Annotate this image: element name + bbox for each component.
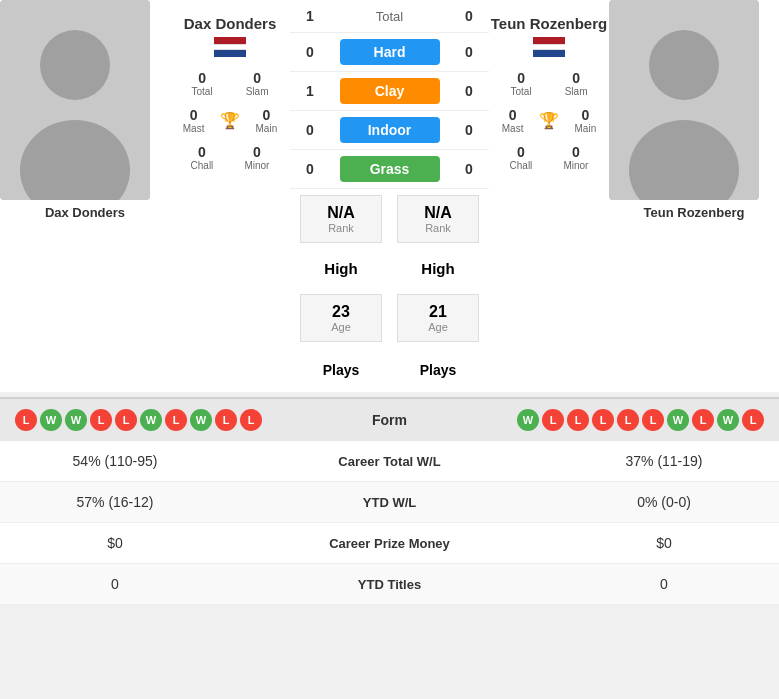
left-play-level: High xyxy=(295,252,387,285)
left-form-badge-8: L xyxy=(215,409,237,431)
right-form-badge-5: L xyxy=(642,409,664,431)
left-age-value: 23 xyxy=(309,303,373,321)
grass-row: 0 Grass 0 xyxy=(290,150,489,189)
grass-left-val: 0 xyxy=(295,161,325,177)
right-rank-label: Rank xyxy=(406,222,470,234)
right-avatar-silhouette xyxy=(609,0,759,200)
right-mast-main: 0 Mast 🏆 0 Main xyxy=(489,102,609,139)
left-player-name-below-photo: Dax Donders xyxy=(0,200,170,225)
right-rank-value: N/A xyxy=(406,204,470,222)
left-chall-value: 0 xyxy=(198,144,206,160)
left-form-badge-7: W xyxy=(190,409,212,431)
ytd-titles-label: YTD Titles xyxy=(215,577,564,592)
ytd-wl-row: 57% (16-12) YTD W/L 0% (0-0) xyxy=(0,482,779,523)
left-chall-label: Chall xyxy=(191,160,214,171)
ytd-wl-left: 57% (16-12) xyxy=(15,494,215,510)
left-total-value: 0 xyxy=(198,70,206,86)
ytd-titles-left: 0 xyxy=(15,576,215,592)
left-form-badge-5: W xyxy=(140,409,162,431)
career-total-wl-left: 54% (110-95) xyxy=(15,453,215,469)
right-form-badge-4: L xyxy=(617,409,639,431)
right-trophy-icon: 🏆 xyxy=(539,111,559,130)
form-label: Form xyxy=(372,412,407,428)
right-age-value: 21 xyxy=(406,303,470,321)
left-flag-white xyxy=(214,44,246,51)
indoor-badge: Indoor xyxy=(340,117,440,143)
plays-row: Plays Plays xyxy=(295,351,484,389)
right-minor-stat: 0 Minor xyxy=(563,144,588,171)
clay-right-val: 0 xyxy=(454,83,484,99)
main-container: Dax Donders Dax Donders 0 Total xyxy=(0,0,779,605)
center-col: 1 Total 0 0 Hard 0 1 Clay 0 0 Indoor 0 xyxy=(290,0,489,392)
left-slam-stat: 0 Slam xyxy=(246,70,269,97)
left-age-label: Age xyxy=(309,321,373,333)
total-center-label: Total xyxy=(376,9,403,24)
ytd-titles-right: 0 xyxy=(564,576,764,592)
grass-right-val: 0 xyxy=(454,161,484,177)
right-form-badge-9: L xyxy=(742,409,764,431)
left-form-badges: LWWLLWLWLL xyxy=(15,409,262,431)
career-total-wl-right: 37% (11-19) xyxy=(564,453,764,469)
left-rank-label: Rank xyxy=(309,222,373,234)
hard-right-val: 0 xyxy=(454,44,484,60)
svg-point-1 xyxy=(40,30,110,100)
left-minor-value: 0 xyxy=(253,144,261,160)
left-mast-stat: 0 Mast xyxy=(183,107,205,134)
indoor-left-val: 0 xyxy=(295,122,325,138)
career-prize-row: $0 Career Prize Money $0 xyxy=(0,523,779,564)
clay-badge: Clay xyxy=(340,78,440,104)
left-form-badge-0: L xyxy=(15,409,37,431)
right-form-badge-3: L xyxy=(592,409,614,431)
indoor-right-val: 0 xyxy=(454,122,484,138)
right-form-badge-6: W xyxy=(667,409,689,431)
indoor-row: 0 Indoor 0 xyxy=(290,111,489,150)
left-flag-blue xyxy=(214,50,246,57)
clay-left-val: 1 xyxy=(295,83,325,99)
left-chall-stat: 0 Chall xyxy=(191,144,214,171)
right-form-badges: WLLLLLWLWL xyxy=(517,409,764,431)
right-minor-value: 0 xyxy=(572,144,580,160)
left-slam-value: 0 xyxy=(253,70,261,86)
grass-badge: Grass xyxy=(340,156,440,182)
right-main-stat: 0 Main xyxy=(575,107,597,134)
left-form-badge-2: W xyxy=(65,409,87,431)
career-total-wl-row: 54% (110-95) Career Total W/L 37% (11-19… xyxy=(0,441,779,482)
left-minor-stat: 0 Minor xyxy=(244,144,269,171)
left-mast-main: 0 Mast 🏆 0 Main xyxy=(170,102,290,139)
right-chall-label: Chall xyxy=(510,160,533,171)
right-total-stat: 0 Total xyxy=(511,70,532,97)
form-section: LWWLLWLWLL Form WLLLLLWLWL xyxy=(0,397,779,441)
right-plays-box: Plays xyxy=(397,354,479,386)
right-player-photo-col: Teun Rozenberg xyxy=(609,0,779,392)
right-play-level: High xyxy=(392,252,484,285)
left-minor-label: Minor xyxy=(244,160,269,171)
right-chall-value: 0 xyxy=(517,144,525,160)
career-prize-right: $0 xyxy=(564,535,764,551)
right-mast-stat: 0 Mast xyxy=(502,107,524,134)
left-plays-box: Plays xyxy=(300,354,382,386)
left-form-badge-9: L xyxy=(240,409,262,431)
career-total-wl-label: Career Total W/L xyxy=(215,454,564,469)
right-age-box: 21 Age xyxy=(397,294,479,342)
right-mast-value: 0 xyxy=(509,107,517,123)
comparison-layout: Dax Donders Dax Donders 0 Total xyxy=(0,0,779,392)
right-player-name: Teun Rozenberg xyxy=(489,10,609,37)
right-flag-container xyxy=(489,37,609,57)
left-chall-minor: 0 Chall 0 Minor xyxy=(170,139,290,176)
right-form-badge-0: W xyxy=(517,409,539,431)
left-rank-box: N/A Rank xyxy=(300,195,382,243)
right-minor-label: Minor xyxy=(563,160,588,171)
left-player-avatar xyxy=(0,0,150,200)
right-nl-flag xyxy=(533,37,565,57)
left-main-value: 0 xyxy=(262,107,270,123)
left-total-slam: 0 Total 0 Slam xyxy=(170,65,290,102)
left-trophy-icon: 🏆 xyxy=(220,111,240,130)
right-plays-label: Plays xyxy=(405,362,471,378)
career-prize-left: $0 xyxy=(15,535,215,551)
right-trophy-icon-container: 🏆 xyxy=(539,107,559,134)
right-slam-label: Slam xyxy=(565,86,588,97)
left-plays-label: Plays xyxy=(308,362,374,378)
left-main-label: Main xyxy=(256,123,278,134)
right-main-label: Main xyxy=(575,123,597,134)
left-mast-value: 0 xyxy=(190,107,198,123)
